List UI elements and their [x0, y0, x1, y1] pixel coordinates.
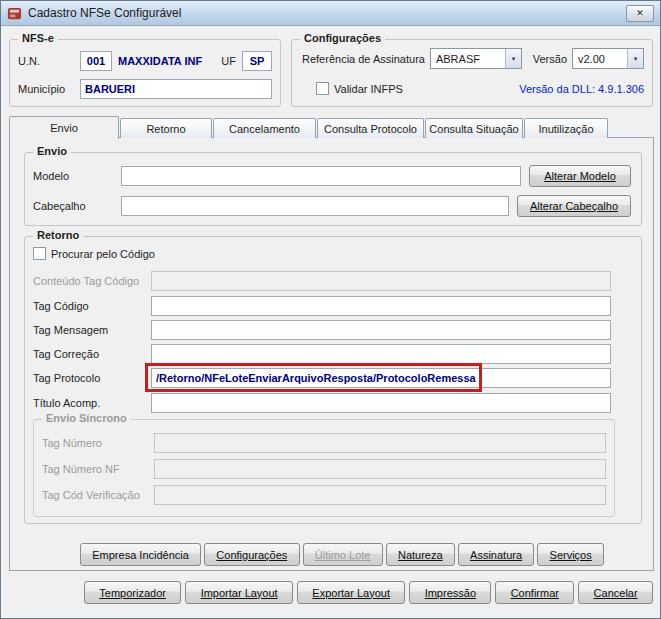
tag-correcao-input[interactable] [151, 344, 611, 364]
action-row-2: Temporizador Importar Layout Exportar La… [84, 581, 653, 604]
importar-layout-button[interactable]: Importar Layout [185, 581, 293, 604]
alterar-modelo-button[interactable]: Alterar Modelo [529, 165, 631, 187]
tag-correcao-label: Tag Correção [33, 348, 151, 360]
tab-envio[interactable]: Envio [9, 116, 119, 139]
assinatura-button[interactable]: Assinatura [458, 543, 534, 566]
close-icon: ✕ [636, 9, 644, 18]
alterar-cabecalho-button[interactable]: Alterar Cabeçalho [517, 195, 631, 217]
dialog-cadastro-nfse: Cadastro NFSe Configurável ✕ NFS-e U.N. … [0, 0, 661, 619]
dll-version-text: Versão da DLL: 4.9.1.306 [519, 83, 644, 95]
tag-mensagem-row: Tag Mensagem [33, 319, 611, 340]
configuracoes-button[interactable]: Configurações [204, 543, 299, 566]
action-row-1: Empresa Incidência Configurações Último … [80, 543, 604, 566]
tag-codigo-row: Tag Código [33, 295, 611, 316]
titulo-acomp-row: Título Acomp. [33, 392, 611, 413]
modelo-label: Modelo [33, 170, 113, 182]
natureza-button[interactable]: Natureza [386, 543, 455, 566]
tab-cancelamento[interactable]: Cancelamento [213, 118, 316, 138]
titulo-acomp-input[interactable] [151, 393, 611, 413]
municipio-input[interactable] [80, 79, 272, 99]
confirmar-button[interactable]: Confirmar [495, 581, 574, 604]
tab-retorno[interactable]: Retorno [120, 118, 212, 138]
config-row-validar: Validar INFPS Versão da DLL: 4.9.1.306 [302, 78, 644, 99]
group-envio-sincrono-caption: Envio Síncrono [42, 412, 131, 424]
group-envio: Envio Modelo Alterar Modelo Cabeçalho Al… [24, 152, 642, 226]
group-envio-caption: Envio [33, 145, 71, 157]
tag-cod-verificacao-label: Tag Cód Verificação [42, 489, 154, 501]
conteudo-tag-codigo-input [151, 271, 611, 291]
tag-codigo-label: Tag Código [33, 300, 151, 312]
config-row-assinatura: Referência de Assinatura ABRASF ▾ Versão… [302, 48, 644, 69]
tab-bar: Envio Retorno Cancelamento Consulta Prot… [9, 115, 654, 138]
ref-assinatura-select[interactable]: ABRASF ▾ [430, 48, 522, 69]
titlebar[interactable]: Cadastro NFSe Configurável ✕ [1, 1, 660, 26]
nfse-row-municipio: Município [18, 78, 272, 99]
versao-value: v2.00 [573, 49, 627, 68]
un-input[interactable] [80, 51, 112, 71]
chevron-down-icon: ▾ [627, 49, 643, 68]
tag-cod-verificacao-input [154, 485, 606, 505]
tag-numero-input [154, 433, 606, 453]
tag-numero-nf-label: Tag Número NF [42, 463, 154, 475]
uf-input[interactable] [242, 51, 272, 71]
validar-infps-checkbox[interactable]: Validar INFPS [316, 82, 403, 95]
exportar-layout-button[interactable]: Exportar Layout [297, 581, 405, 604]
tag-numero-nf-input [154, 459, 606, 479]
validar-infps-label: Validar INFPS [334, 83, 403, 95]
tag-cod-verificacao-row: Tag Cód Verificação [42, 484, 606, 505]
tag-numero-nf-row: Tag Número NF [42, 458, 606, 479]
tag-protocolo-row: Tag Protocolo [33, 367, 611, 388]
versao-label: Versão [533, 53, 567, 65]
ultimo-lote-button: Último Lote [303, 543, 383, 566]
empresa-incidencia-button[interactable]: Empresa Incidência [80, 543, 201, 566]
impressao-button[interactable]: Impressão [409, 581, 491, 604]
ref-assinatura-value: ABRASF [431, 49, 505, 68]
servicos-button[interactable]: Serviços [537, 543, 604, 566]
procurar-codigo-label: Procurar pelo Código [51, 248, 155, 260]
tag-correcao-row: Tag Correção [33, 343, 611, 364]
modelo-input[interactable] [121, 166, 521, 186]
temporizador-button[interactable]: Temporizador [84, 581, 181, 604]
group-retorno-caption: Retorno [33, 229, 83, 241]
app-icon [7, 6, 22, 21]
tab-consulta-protocolo[interactable]: Consulta Protocolo [317, 118, 424, 138]
tag-mensagem-label: Tag Mensagem [33, 324, 151, 336]
tab-inutilizacao[interactable]: Inutilização [524, 118, 608, 138]
tab-page-envio: Envio Modelo Alterar Modelo Cabeçalho Al… [9, 137, 654, 571]
group-envio-sincrono: Envio Síncrono Tag Número Tag Número NF … [33, 419, 615, 517]
checkbox-box [316, 82, 329, 95]
tag-protocolo-label: Tag Protocolo [33, 372, 151, 384]
group-nfse-caption: NFS-e [18, 32, 58, 44]
close-button[interactable]: ✕ [626, 5, 654, 22]
group-retorno: Retorno Procurar pelo Código Conteúdo Ta… [24, 236, 642, 524]
checkbox-box [33, 247, 46, 260]
nfse-row-un: U.N. MAXXIDATA INF UF [18, 50, 272, 71]
group-nfse: NFS-e U.N. MAXXIDATA INF UF Município [9, 39, 281, 107]
cabecalho-label: Cabeçalho [33, 200, 113, 212]
tab-consulta-situacao[interactable]: Consulta Situação [425, 118, 523, 138]
tag-codigo-input[interactable] [151, 296, 611, 316]
chevron-down-icon: ▾ [505, 49, 521, 68]
cancelar-button[interactable]: Cancelar [578, 581, 653, 604]
cabecalho-row: Cabeçalho Alterar Cabeçalho [33, 195, 631, 217]
uf-label: UF [221, 55, 236, 67]
conteudo-tag-codigo-row: Conteúdo Tag Código [33, 270, 611, 291]
ref-assinatura-label: Referência de Assinatura [302, 53, 425, 65]
cabecalho-input[interactable] [121, 196, 509, 216]
conteudo-tag-codigo-label: Conteúdo Tag Código [33, 275, 151, 287]
municipio-label: Município [18, 83, 80, 95]
tag-protocolo-input[interactable] [151, 368, 611, 388]
group-configuracoes-caption: Configurações [300, 32, 385, 44]
procurar-codigo-checkbox[interactable]: Procurar pelo Código [33, 247, 155, 260]
modelo-row: Modelo Alterar Modelo [33, 165, 631, 187]
tag-numero-label: Tag Número [42, 437, 154, 449]
group-configuracoes: Configurações Referência de Assinatura A… [291, 39, 653, 107]
versao-select[interactable]: v2.00 ▾ [572, 48, 644, 69]
tag-mensagem-input[interactable] [151, 320, 611, 340]
tag-numero-row: Tag Número [42, 432, 606, 453]
titulo-acomp-label: Título Acomp. [33, 397, 151, 409]
un-label: U.N. [18, 55, 80, 67]
window-title: Cadastro NFSe Configurável [28, 6, 181, 20]
company-name: MAXXIDATA INF [118, 55, 221, 67]
